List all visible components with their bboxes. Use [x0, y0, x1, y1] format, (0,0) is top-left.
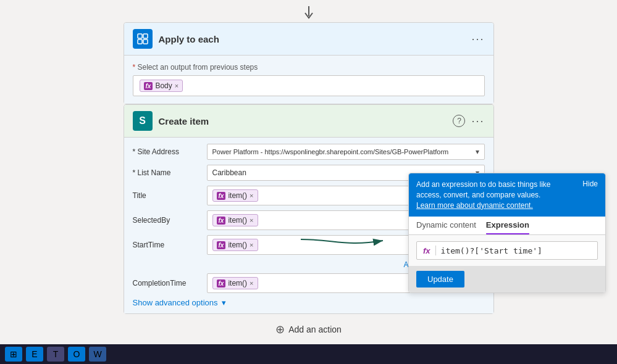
select-output-input[interactable]: fx Body ×	[133, 75, 485, 96]
title-token-close[interactable]: ×	[250, 192, 253, 199]
top-arrow	[303, 6, 315, 20]
completiontime-token: fx item() ×	[212, 277, 258, 289]
starttime-token-close[interactable]: ×	[250, 241, 253, 249]
selectedby-fx-badge: fx	[217, 217, 226, 225]
apply-each-header: Apply to each ···	[124, 23, 493, 56]
popover-hide-button[interactable]: Hide	[582, 180, 598, 188]
help-icon[interactable]: ?	[453, 115, 465, 127]
taskbar-item-windows[interactable]: ⊞	[5, 347, 22, 362]
fx-divider	[435, 246, 436, 255]
completiontime-token-label: item()	[228, 279, 247, 287]
fx-expression-row[interactable]: fx item()?['Start time']	[416, 241, 598, 260]
create-item-ellipsis-button[interactable]: ···	[471, 115, 484, 128]
fx-expression-text: item()?['Start time']	[441, 246, 542, 255]
selectedby-label: SelectedBy	[133, 216, 201, 225]
popover-header: Add an expression to do basic things lik…	[409, 173, 605, 217]
apply-each-header-left: Apply to each	[133, 29, 219, 49]
popover-learn-more-link[interactable]: Learn more about dynamic content.	[416, 201, 533, 210]
popover-description: Add an expression to do basic things lik…	[416, 180, 550, 199]
add-action-row: ⊕ Add an action	[124, 314, 494, 345]
completiontime-fx-badge: fx	[217, 279, 226, 287]
site-address-row: * Site Address Power Platform - https://…	[133, 144, 485, 160]
apply-each-title: Apply to each	[159, 34, 219, 44]
title-fx-badge: fx	[217, 192, 226, 200]
svg-rect-2	[143, 34, 148, 38]
site-address-value: Power Platform - https://wsponlinegbr.sh…	[212, 148, 449, 155]
popover-header-text: Add an expression to do basic things lik…	[416, 180, 576, 210]
popover-tabs: Dynamic content Expression	[409, 217, 605, 235]
svg-rect-1	[138, 34, 142, 38]
create-item-header-right: ? ···	[453, 115, 484, 128]
taskbar-item-word[interactable]: W	[89, 347, 106, 362]
taskbar-item-outlook[interactable]: O	[68, 347, 85, 362]
apply-each-icon	[133, 29, 153, 49]
create-item-header: S Create item ? ···	[124, 105, 493, 138]
create-item-header-left: S Create item	[133, 111, 209, 131]
sharepoint-icon: S	[133, 111, 153, 131]
update-button[interactable]: Update	[416, 271, 464, 287]
title-label: Title	[133, 191, 201, 200]
svg-rect-3	[138, 39, 142, 44]
title-token: fx item() ×	[212, 189, 258, 202]
list-name-label: * List Name	[133, 168, 201, 177]
taskbar-item-edge[interactable]: E	[26, 347, 43, 362]
tab-expression[interactable]: Expression	[486, 220, 529, 234]
show-advanced-options[interactable]: Show advanced options ▾	[133, 298, 485, 307]
add-action-button[interactable]: ⊕ Add an action	[275, 323, 342, 336]
starttime-fx-badge: fx	[217, 241, 226, 249]
completiontime-token-close[interactable]: ×	[250, 279, 253, 287]
apply-each-ellipsis-button[interactable]: ···	[471, 33, 484, 46]
starttime-label: StartTime	[133, 241, 201, 249]
body-token-close[interactable]: ×	[175, 82, 178, 89]
selectedby-token: fx item() ×	[212, 214, 258, 226]
popover-body: fx item()?['Start time']	[409, 235, 605, 266]
chevron-down-icon: ▾	[222, 298, 226, 307]
select-output-label: * Select an output from previous steps	[133, 63, 485, 72]
starttime-token-label: item()	[228, 241, 247, 249]
show-advanced-label: Show advanced options	[133, 298, 218, 307]
completiontime-label: CompletionTime	[133, 279, 201, 287]
fx-badge: fx	[144, 82, 153, 90]
taskbar-item-teams[interactable]: T	[47, 347, 64, 362]
svg-rect-4	[143, 39, 148, 44]
apply-each-body: * Select an output from previous steps f…	[124, 56, 493, 104]
title-token-label: item()	[228, 191, 247, 200]
fx-label: fx	[423, 246, 430, 255]
site-address-label: * Site Address	[133, 147, 201, 156]
selectedby-token-label: item()	[228, 216, 247, 225]
body-token-label: Body	[155, 81, 172, 90]
body-token: fx Body ×	[140, 80, 183, 92]
site-address-input[interactable]: Power Platform - https://wsponlinegbr.sh…	[207, 144, 485, 160]
add-action-icon: ⊕	[275, 323, 285, 336]
starttime-token: fx item() ×	[212, 239, 258, 251]
selectedby-token-close[interactable]: ×	[250, 217, 253, 224]
list-name-value: Caribbean	[212, 168, 246, 177]
apply-each-block: Apply to each ··· * Select an output fro…	[124, 22, 494, 104]
site-address-dropdown-arrow: ▾	[476, 147, 479, 156]
add-action-label: Add an action	[288, 325, 342, 334]
taskbar: ⊞ E T O W	[0, 344, 617, 364]
tab-dynamic-content[interactable]: Dynamic content	[416, 220, 476, 234]
popover-panel: Add an expression to do basic things lik…	[408, 173, 606, 293]
main-container: Apply to each ··· * Select an output fro…	[0, 0, 617, 364]
popover-update-row: Update	[409, 266, 605, 292]
create-item-title: Create item	[159, 116, 209, 126]
